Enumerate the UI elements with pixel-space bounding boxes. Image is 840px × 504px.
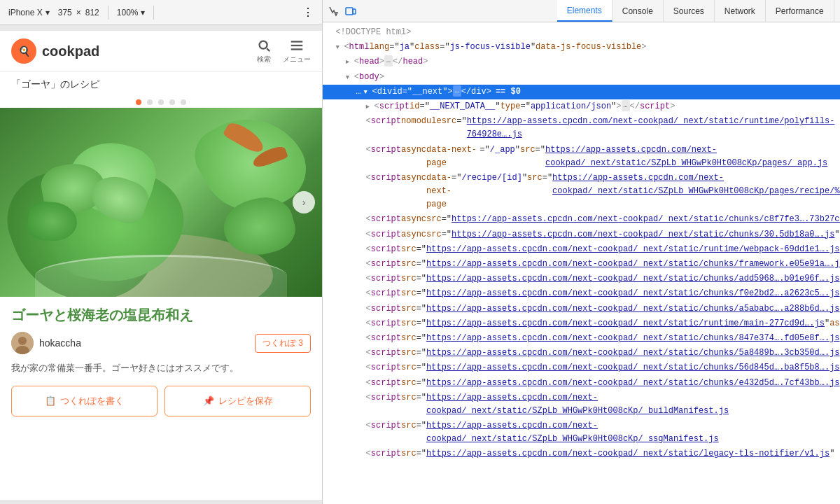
line-script-a5abab: <script src="https://app-assets.cpcdn.co…: [323, 302, 840, 316]
author-avatar[interactable]: [11, 332, 34, 354]
tab-console[interactable]: Console: [612, 0, 664, 22]
svg-rect-10: [346, 8, 353, 15]
line-script-847e37: <script src="https://app-assets.cpcdn.co…: [323, 331, 840, 346]
recipe-info: ゴーヤと桜海老の塩昆布和え hokaccha つくれぽ 3: [0, 297, 322, 425]
tsukurepo-count: 3: [298, 338, 303, 348]
svg-line-3: [267, 48, 270, 51]
search-tag-text: 「ゴーヤ」のレシピ: [11, 78, 99, 91]
line-script-main: <script src="https://app-assets.cpcdn.co…: [323, 316, 840, 331]
line-script-build: <script src="https://app-assets.cpcdn.co…: [323, 391, 840, 419]
recipe-image-bg: [0, 108, 322, 297]
width-value[interactable]: 375: [58, 8, 72, 18]
html-expand-arrow[interactable]: [335, 41, 344, 54]
carousel-dot-5[interactable]: [181, 99, 186, 105]
cross-symbol: ×: [76, 8, 81, 18]
recipe-title: ゴーヤと桜海老の塩昆布和え: [11, 305, 311, 325]
write-tsukurepo-label: つくれぽを書く: [60, 395, 124, 407]
app-header: 🍳 cookpad 検索: [0, 31, 322, 72]
head-ellipsis[interactable]: …: [384, 55, 393, 66]
carousel-dots: [0, 97, 322, 108]
mobile-frame: 🍳 cookpad 検索: [0, 31, 322, 500]
write-tsukurepo-button[interactable]: 📋 つくれぽを書く: [11, 386, 158, 416]
line-div-next[interactable]: … <div id="__next" > … </div> == $0: [323, 85, 840, 99]
carousel-dot-3[interactable]: [158, 99, 164, 105]
header-actions: 検索 メニュー: [256, 38, 311, 64]
line-head: <head> … </head>: [323, 55, 840, 69]
devtools-toolbar-icons: [323, 0, 362, 22]
dimension-display: 375 × 812: [58, 8, 99, 18]
zoom-selector[interactable]: 100% ▾: [117, 8, 145, 18]
line-script-f0e2bd: <script src="https://app-assets.cpcdn.co…: [323, 286, 840, 301]
save-recipe-button[interactable]: 📌 レシピを保存: [164, 386, 311, 416]
toolbar-more-btn[interactable]: ⋮: [302, 6, 314, 19]
line-script-56d845: <script src="https://app-assets.cpcdn.co…: [323, 360, 840, 375]
line-body-open: <body>: [323, 70, 840, 85]
line-script-add596: <script src="https://app-assets.cpcdn.co…: [323, 272, 840, 286]
write-tsukurepo-icon: 📋: [45, 396, 56, 406]
svg-point-8: [18, 337, 27, 345]
svg-point-2: [260, 41, 267, 49]
carousel-dot-2[interactable]: [147, 99, 153, 105]
line-script-nomodule: <script nomodule src="https://app-assets…: [323, 114, 840, 142]
mobile-preview-panel: iPhone X ▾ 375 × 812 100% ▾ ⋮ 🍳: [0, 0, 322, 504]
line-script-async-30: <script async src="https://app-assets.cp…: [323, 227, 840, 242]
tsukurepo-badge[interactable]: つくれぽ 3: [255, 334, 311, 353]
devtools-panel: Elements Console Sources Network Perform…: [322, 0, 840, 504]
search-bar-area: 「ゴーヤ」のレシピ: [0, 72, 322, 97]
tab-performance[interactable]: Performance: [766, 0, 834, 22]
search-button[interactable]: 検索: [256, 38, 272, 64]
nextdata-ellipsis[interactable]: …: [622, 100, 630, 111]
device-name-label: iPhone X: [8, 8, 43, 18]
tab-sources[interactable]: Sources: [664, 0, 715, 22]
three-dots-icon: ⋮: [302, 6, 314, 18]
tab-network[interactable]: Network: [715, 0, 766, 22]
line-script-5a8489: <script src="https://app-assets.cpcdn.co…: [323, 346, 840, 360]
line-script-legacy: <script src="https://app-assets.cpcdn.co…: [323, 447, 840, 461]
line-script-webpack: <script src="https://app-assets.cpcdn.co…: [323, 242, 840, 257]
svg-text:🍳: 🍳: [18, 46, 31, 57]
cookpad-logo-text: cookpad: [42, 43, 99, 59]
toolbar-divider-2: [153, 6, 154, 20]
author-info: hokaccha: [11, 332, 81, 354]
line-script-nextdata: <script id="__NEXT_DATA__" type="applica…: [323, 99, 840, 114]
line-dots-icon[interactable]: …: [356, 85, 360, 99]
device-dropdown-icon[interactable]: ▾: [46, 8, 50, 18]
devtools-tabs: Elements Console Sources Network Perform…: [323, 0, 840, 22]
recipe-image: ›: [0, 108, 322, 297]
line-script-ssg: <script src="https://app-assets.cpcdn.co…: [323, 419, 840, 447]
body-expand-arrow[interactable]: [346, 71, 354, 84]
author-row: hokaccha つくれぽ 3: [11, 332, 311, 354]
script-nextdata-arrow[interactable]: [366, 100, 374, 113]
line-script-async-c: <script async src="https://app-assets.cp…: [323, 212, 840, 227]
head-expand-arrow[interactable]: [346, 55, 354, 69]
carousel-dot-1[interactable]: [136, 99, 141, 105]
height-value[interactable]: 812: [85, 8, 99, 18]
line-doctype: <!DOCTYPE html>: [323, 25, 840, 40]
logo-area: 🍳 cookpad: [11, 38, 99, 64]
menu-label: メニュー: [283, 55, 311, 64]
action-buttons: 📋 つくれぽを書く 📌 レシピを保存: [11, 386, 311, 416]
line-script-e432d5: <script src="https://app-assets.cpcdn.co…: [323, 376, 840, 391]
save-recipe-icon: 📌: [203, 396, 214, 406]
div-next-expand-arrow[interactable]: [363, 85, 372, 99]
div-next-ellipsis[interactable]: …: [453, 85, 461, 97]
save-recipe-label: レシピを保存: [218, 395, 273, 407]
recipe-description: 我が家の常備菜一番手。ゴーヤ好きにはオススメです。: [11, 361, 311, 376]
menu-button[interactable]: メニュー: [283, 38, 311, 64]
devtools-code-view[interactable]: <!DOCTYPE html> <html lang="ja" class="j…: [323, 22, 840, 504]
author-name: hokaccha: [39, 337, 81, 349]
line-script-async-recipe: <script async data-next-page="/recipe/[i…: [323, 171, 840, 213]
tab-elements[interactable]: Elements: [557, 0, 612, 22]
bitter-melon-illustration: [0, 108, 322, 297]
svg-rect-11: [353, 9, 356, 14]
next-arrow-btn[interactable]: ›: [293, 191, 315, 214]
search-label: 検索: [257, 55, 271, 64]
tab-memory[interactable]: Memory: [834, 0, 840, 22]
line-html-open: <html lang="ja" class="js-focus-visible"…: [323, 40, 840, 55]
cookpad-logo-icon: 🍳: [11, 38, 36, 64]
inspect-element-icon[interactable]: [328, 6, 340, 17]
carousel-dot-4[interactable]: [169, 99, 175, 105]
device-selector[interactable]: iPhone X ▾: [8, 8, 50, 18]
device-toggle-icon[interactable]: [345, 6, 356, 17]
zoom-value: 100%: [117, 8, 139, 18]
